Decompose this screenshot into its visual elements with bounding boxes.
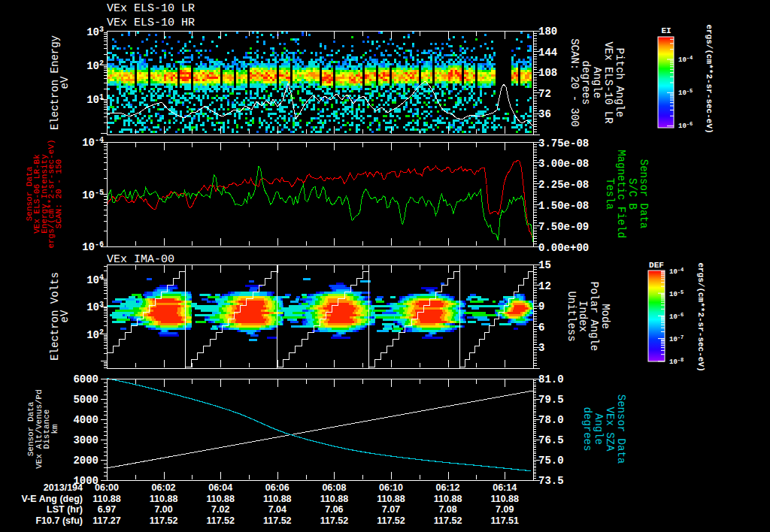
- svg-text:7.08: 7.08: [438, 504, 456, 515]
- svg-text:Index: Index: [577, 301, 589, 332]
- svg-text:km: km: [50, 424, 59, 434]
- svg-text:2.25e-08: 2.25e-08: [538, 179, 589, 191]
- svg-text:7.02: 7.02: [211, 504, 229, 515]
- svg-text:3.00e-08: 3.00e-08: [538, 158, 589, 170]
- svg-text:VEx IMA-00: VEx IMA-00: [107, 253, 174, 266]
- svg-text:DEF: DEF: [649, 261, 664, 270]
- svg-text:117.51: 117.51: [490, 515, 519, 526]
- svg-text:7.07: 7.07: [382, 504, 400, 515]
- svg-text:7.04: 7.04: [268, 504, 286, 515]
- svg-text:2013/194: 2013/194: [44, 482, 83, 493]
- svg-text:VEx ELS-10 LR: VEx ELS-10 LR: [602, 41, 614, 124]
- svg-text:Unitless: Unitless: [565, 291, 578, 341]
- svg-text:117.27: 117.27: [92, 515, 121, 526]
- svg-text:Angle: Angle: [593, 413, 605, 445]
- svg-text:06:02: 06:02: [152, 482, 176, 493]
- svg-text:180: 180: [538, 26, 557, 38]
- svg-text:110.88: 110.88: [263, 494, 292, 504]
- svg-text:9: 9: [538, 301, 544, 313]
- svg-text:VEx SZA: VEx SZA: [604, 407, 616, 452]
- svg-text:110.88: 110.88: [206, 494, 235, 504]
- svg-text:0.00e+00: 0.00e+00: [538, 242, 589, 254]
- svg-text:117.52: 117.52: [320, 515, 349, 526]
- svg-text:73.5: 73.5: [538, 475, 564, 487]
- svg-text:Mode: Mode: [599, 304, 611, 329]
- svg-text:EI: EI: [661, 26, 671, 35]
- svg-text:110.88: 110.88: [490, 494, 519, 504]
- svg-text:eV: eV: [59, 76, 71, 89]
- svg-text:V-E Ang (deg): V-E Ang (deg): [22, 494, 83, 504]
- svg-text:eV: eV: [59, 310, 71, 322]
- svg-text:79.5: 79.5: [538, 394, 564, 406]
- svg-text:Angle: Angle: [591, 67, 603, 98]
- svg-text:Tesla: Tesla: [604, 178, 616, 210]
- svg-text:110.88: 110.88: [320, 494, 349, 504]
- svg-text:5000: 5000: [73, 394, 99, 406]
- svg-text:LST (hr): LST (hr): [47, 504, 83, 515]
- svg-text:06:12: 06:12: [436, 482, 460, 493]
- svg-text:06:10: 06:10: [379, 482, 403, 493]
- svg-text:06:04: 06:04: [208, 482, 232, 493]
- svg-text:78.0: 78.0: [538, 414, 564, 426]
- svg-text:6.97: 6.97: [98, 504, 116, 515]
- svg-text:110.88: 110.88: [150, 494, 178, 504]
- svg-text:117.52: 117.52: [434, 515, 462, 526]
- svg-text:3: 3: [538, 342, 544, 354]
- svg-text:144: 144: [538, 47, 557, 59]
- svg-text:Pitch Angle: Pitch Angle: [614, 48, 626, 117]
- svg-text:7.00: 7.00: [154, 504, 172, 515]
- svg-text:VEx ELS-10 HR: VEx ELS-10 HR: [107, 17, 195, 29]
- svg-text:Polar Angle: Polar Angle: [588, 282, 600, 351]
- svg-text:81.0: 81.0: [538, 373, 564, 385]
- svg-text:degrees: degrees: [581, 407, 593, 452]
- svg-text:6: 6: [538, 322, 544, 334]
- svg-text:110.88: 110.88: [434, 494, 462, 504]
- svg-text:12: 12: [538, 280, 551, 292]
- svg-text:7.06: 7.06: [325, 504, 343, 515]
- svg-text:117.52: 117.52: [263, 515, 292, 526]
- svg-text:3000: 3000: [73, 434, 99, 446]
- svg-text:06:14: 06:14: [493, 482, 517, 493]
- svg-text:1.50e-08: 1.50e-08: [538, 200, 589, 212]
- svg-text:06:06: 06:06: [265, 482, 290, 493]
- svg-text:3.75e-08: 3.75e-08: [538, 138, 589, 150]
- svg-text:2000: 2000: [73, 455, 99, 467]
- svg-text:ergs/(cm**2-sr-sec-eV): ergs/(cm**2-sr-sec-eV): [705, 24, 714, 133]
- svg-text:F10.7 (sfu): F10.7 (sfu): [35, 515, 83, 526]
- svg-text:4000: 4000: [73, 414, 99, 426]
- svg-text:SCAN: 20 - 300: SCAN: 20 - 300: [568, 38, 581, 127]
- svg-text:117.52: 117.52: [377, 515, 405, 526]
- svg-text:110.88: 110.88: [92, 494, 121, 504]
- svg-text:VEx ELS-10 LR: VEx ELS-10 LR: [107, 2, 195, 15]
- svg-text:110.88: 110.88: [377, 494, 405, 504]
- svg-text:06:08: 06:08: [322, 482, 346, 493]
- svg-text:Sensor Data: Sensor Data: [615, 394, 627, 464]
- svg-text:Sensor Data: Sensor Data: [638, 159, 650, 228]
- svg-text:117.52: 117.52: [206, 515, 235, 526]
- svg-text:7.50e-09: 7.50e-09: [538, 221, 589, 233]
- svg-text:7.09: 7.09: [496, 504, 514, 515]
- svg-text:ergs/(cm**2-sr-sec-eV): ergs/(cm**2-sr-sec-eV): [696, 262, 705, 371]
- svg-text:6000: 6000: [73, 373, 99, 385]
- svg-text:72: 72: [538, 88, 551, 100]
- svg-text:76.5: 76.5: [538, 434, 564, 446]
- svg-text:36: 36: [538, 108, 551, 120]
- svg-text:S/C B: S/C B: [626, 178, 638, 210]
- svg-text:degrees: degrees: [580, 61, 592, 105]
- svg-text:SCAN: 20 - 150: SCAN: 20 - 150: [54, 159, 63, 228]
- svg-text:117.52: 117.52: [150, 515, 178, 526]
- svg-text:15: 15: [538, 259, 551, 271]
- svg-text:75.0: 75.0: [538, 455, 564, 467]
- svg-text:108: 108: [538, 67, 557, 79]
- svg-text:06:00: 06:00: [95, 482, 119, 493]
- svg-text:Magnetic Field: Magnetic Field: [615, 150, 627, 238]
